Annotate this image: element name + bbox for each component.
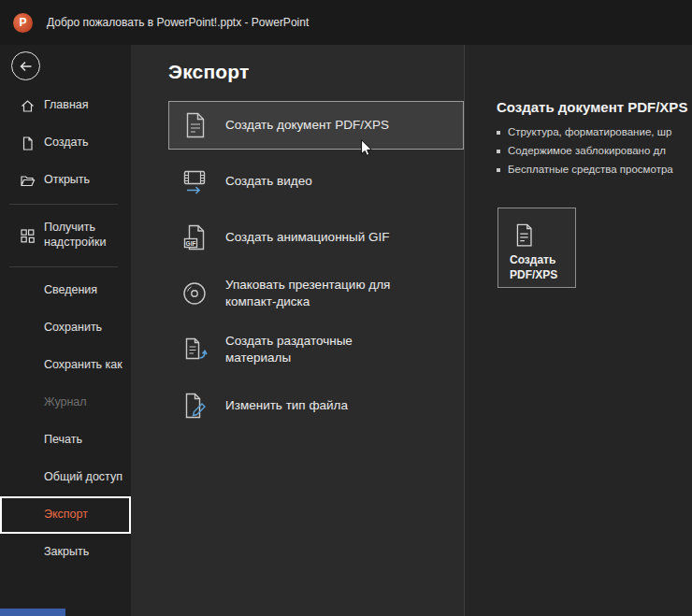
sidebar-item-get-addins[interactable]: Получить надстройки — [0, 209, 131, 262]
menu-item-create-gif[interactable]: GIF Создать анимационный GIF — [168, 213, 464, 262]
gif-icon: GIF — [180, 222, 209, 252]
menu-item-label: Создать анимационный GIF — [225, 229, 390, 246]
new-document-icon — [20, 136, 36, 151]
sidebar-item-share[interactable]: Общий доступ — [0, 459, 131, 496]
sidebar-divider — [9, 266, 118, 267]
detail-panel: Создать документ PDF/XPS Структура, форм… — [464, 45, 692, 616]
bullet-text: Бесплатные средства просмотра — [508, 164, 673, 175]
home-icon — [20, 98, 36, 114]
menu-item-label: Изменить тип файла — [225, 397, 348, 414]
cd-icon — [180, 279, 209, 308]
window-title: Добро пожаловать в PowerPoint!.pptx - Po… — [47, 16, 309, 29]
sidebar-item-new[interactable]: Создать — [0, 124, 131, 162]
addins-grid-icon — [20, 228, 36, 244]
bullet-item: Структура, форматирование, шр — [497, 126, 692, 137]
page-title: Экспорт — [168, 61, 250, 83]
bullet-marker — [497, 168, 500, 172]
menu-item-label: Создать документ PDF/XPS — [225, 117, 389, 134]
menu-item-create-pdf-xps[interactable]: Создать документ PDF/XPS — [168, 101, 464, 150]
bullet-text: Содержимое заблокировано дл — [508, 145, 666, 156]
video-icon — [180, 166, 209, 196]
sidebar-item-label: Общий доступ — [44, 470, 123, 485]
sidebar-item-label: Закрыть — [44, 545, 89, 560]
export-options-menu: Создать документ PDF/XPS Создать видео G… — [168, 101, 464, 437]
menu-item-label: Упаковать презентацию для компакт-диска — [225, 277, 392, 309]
sidebar-item-history: Журнал — [0, 384, 131, 422]
backstage-sidebar: Главная Создать Открыть Получить над — [0, 45, 131, 616]
bullet-item: Бесплатные средства просмотра — [497, 164, 692, 175]
sidebar-item-close[interactable]: Закрыть — [0, 534, 131, 571]
bullet-marker — [497, 131, 500, 135]
bullet-item: Содержимое заблокировано дл — [497, 145, 692, 156]
powerpoint-backstage-window: P Добро пожаловать в PowerPoint!.pptx - … — [0, 0, 692, 616]
bullet-marker — [497, 150, 500, 153]
sidebar-item-label: Сохранить как — [44, 358, 123, 373]
sidebar-item-label: Сохранить — [44, 321, 102, 336]
bottom-accent-strip — [0, 609, 65, 616]
sidebar-nav: Главная Создать Открыть Получить над — [0, 87, 131, 571]
sidebar-item-export[interactable]: Экспорт — [0, 496, 131, 534]
create-pdf-xps-button-label: Создать PDF/XPS — [510, 253, 568, 282]
powerpoint-logo-icon: P — [13, 13, 33, 33]
handouts-icon — [180, 335, 209, 365]
sidebar-divider — [9, 204, 118, 205]
sidebar-item-save[interactable]: Сохранить — [0, 309, 131, 347]
create-pdf-xps-button[interactable]: Создать PDF/XPS — [497, 208, 576, 288]
detail-title: Создать документ PDF/XPS — [497, 99, 687, 115]
change-file-type-icon — [180, 391, 209, 421]
sidebar-item-label: Сведения — [44, 283, 97, 298]
detail-bullet-list: Структура, форматирование, шр Содержимое… — [497, 126, 692, 182]
sidebar-item-label: Получить надстройки — [44, 221, 111, 250]
menu-item-create-video[interactable]: Создать видео — [168, 157, 464, 206]
bullet-text: Структура, форматирование, шр — [508, 126, 671, 137]
menu-item-change-file-type[interactable]: Изменить тип файла — [168, 381, 464, 430]
menu-item-label: Создать раздаточные материалы — [225, 333, 392, 365]
sidebar-item-label: Журнал — [44, 395, 87, 410]
sidebar-item-label: Создать — [44, 136, 89, 150]
sidebar-item-label: Открыть — [44, 173, 90, 188]
backstage-content: Экспорт Создать документ PDF/XPS Создать… — [131, 45, 692, 616]
sidebar-item-label: Главная — [44, 98, 89, 113]
menu-item-package-cd[interactable]: Упаковать презентацию для компакт-диска — [168, 269, 464, 318]
svg-text:GIF: GIF — [186, 240, 196, 247]
menu-item-create-handouts[interactable]: Создать раздаточные материалы — [168, 325, 464, 374]
back-arrow-icon — [19, 59, 34, 74]
sidebar-item-label: Печать — [44, 433, 82, 448]
pdf-xps-document-icon — [180, 110, 209, 140]
sidebar-item-save-as[interactable]: Сохранить как — [0, 347, 131, 384]
menu-item-label: Создать видео — [225, 173, 312, 190]
open-folder-icon — [20, 173, 36, 189]
titlebar: P Добро пожаловать в PowerPoint!.pptx - … — [0, 0, 692, 45]
back-button[interactable] — [11, 51, 40, 80]
logo-letter: P — [19, 16, 26, 29]
sidebar-item-open[interactable]: Открыть — [0, 162, 131, 199]
create-pdf-xps-icon — [510, 222, 538, 250]
sidebar-item-info[interactable]: Сведения — [0, 272, 131, 309]
sidebar-item-label: Экспорт — [44, 508, 88, 523]
sidebar-item-print[interactable]: Печать — [0, 422, 131, 459]
sidebar-item-home[interactable]: Главная — [0, 87, 131, 124]
